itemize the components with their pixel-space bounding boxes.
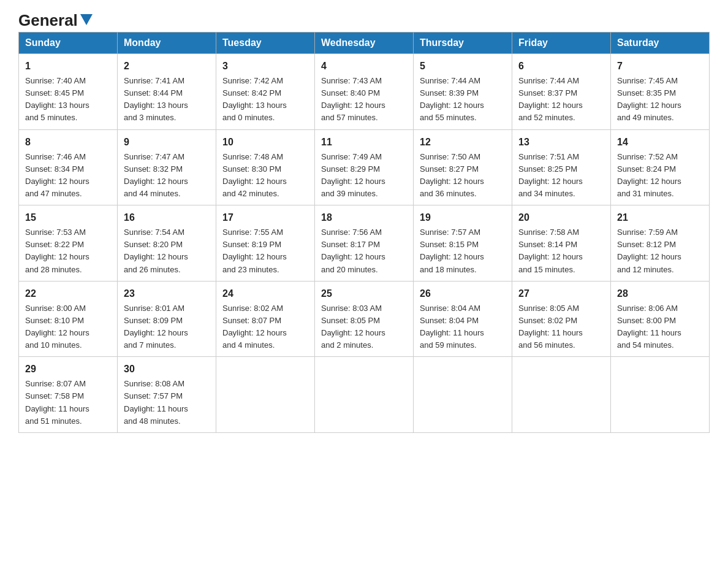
day-number: 22	[25, 286, 111, 301]
day-info: Sunrise: 7:44 AMSunset: 8:39 PMDaylight:…	[420, 75, 506, 124]
calendar-cell: 30 Sunrise: 8:08 AMSunset: 7:57 PMDaylig…	[118, 357, 216, 433]
day-info: Sunrise: 7:48 AMSunset: 8:30 PMDaylight:…	[222, 151, 308, 201]
calendar-cell: 3 Sunrise: 7:42 AMSunset: 8:42 PMDayligh…	[216, 54, 315, 130]
logo-general: General	[18, 12, 78, 28]
calendar-cell: 27 Sunrise: 8:05 AMSunset: 8:02 PMDaylig…	[512, 281, 611, 357]
day-number: 24	[222, 286, 308, 301]
day-info: Sunrise: 8:01 AMSunset: 8:09 PMDaylight:…	[124, 302, 210, 352]
day-info: Sunrise: 8:07 AMSunset: 7:58 PMDaylight:…	[25, 378, 111, 427]
day-number: 7	[617, 59, 703, 74]
day-number: 23	[124, 286, 210, 301]
calendar-week-row: 15 Sunrise: 7:53 AMSunset: 8:22 PMDaylig…	[19, 205, 710, 282]
day-info: Sunrise: 7:49 AMSunset: 8:29 PMDaylight:…	[321, 151, 407, 201]
day-number: 10	[222, 135, 308, 150]
day-number: 17	[222, 210, 308, 225]
weekday-header-wednesday: Wednesday	[315, 33, 414, 54]
day-number: 28	[617, 286, 703, 301]
weekday-header-monday: Monday	[118, 33, 216, 54]
day-number: 19	[420, 210, 506, 225]
day-info: Sunrise: 8:06 AMSunset: 8:00 PMDaylight:…	[617, 302, 703, 352]
calendar-cell: 9 Sunrise: 7:47 AMSunset: 8:32 PMDayligh…	[118, 129, 216, 205]
calendar-week-row: 8 Sunrise: 7:46 AMSunset: 8:34 PMDayligh…	[19, 129, 710, 205]
day-info: Sunrise: 8:04 AMSunset: 8:04 PMDaylight:…	[420, 302, 506, 352]
day-number: 1	[25, 59, 111, 74]
day-number: 27	[518, 286, 604, 301]
day-info: Sunrise: 7:46 AMSunset: 8:34 PMDaylight:…	[25, 151, 111, 201]
day-info: Sunrise: 7:56 AMSunset: 8:17 PMDaylight:…	[321, 226, 407, 276]
calendar-cell: 23 Sunrise: 8:01 AMSunset: 8:09 PMDaylig…	[118, 281, 216, 357]
logo: General	[18, 12, 93, 26]
day-number: 18	[321, 210, 407, 225]
day-info: Sunrise: 7:58 AMSunset: 8:14 PMDaylight:…	[518, 226, 604, 276]
day-info: Sunrise: 7:44 AMSunset: 8:37 PMDaylight:…	[518, 75, 604, 124]
calendar-cell: 2 Sunrise: 7:41 AMSunset: 8:44 PMDayligh…	[118, 54, 216, 130]
calendar-cell	[315, 357, 414, 433]
calendar-cell: 5 Sunrise: 7:44 AMSunset: 8:39 PMDayligh…	[414, 54, 512, 130]
day-number: 26	[420, 286, 506, 301]
day-number: 11	[321, 135, 407, 150]
day-number: 30	[124, 362, 210, 377]
day-number: 14	[617, 135, 703, 150]
weekday-header-friday: Friday	[512, 33, 611, 54]
day-info: Sunrise: 7:51 AMSunset: 8:25 PMDaylight:…	[518, 151, 604, 201]
calendar-cell: 24 Sunrise: 8:02 AMSunset: 8:07 PMDaylig…	[216, 281, 315, 357]
calendar-week-row: 22 Sunrise: 8:00 AMSunset: 8:10 PMDaylig…	[19, 281, 710, 357]
calendar-cell: 10 Sunrise: 7:48 AMSunset: 8:30 PMDaylig…	[216, 129, 315, 205]
day-info: Sunrise: 8:05 AMSunset: 8:02 PMDaylight:…	[518, 302, 604, 352]
calendar-cell: 21 Sunrise: 7:59 AMSunset: 8:12 PMDaylig…	[611, 205, 710, 282]
calendar-cell: 22 Sunrise: 8:00 AMSunset: 8:10 PMDaylig…	[19, 281, 118, 357]
day-number: 3	[222, 59, 308, 74]
day-info: Sunrise: 7:40 AMSunset: 8:45 PMDaylight:…	[25, 75, 111, 124]
calendar-cell: 12 Sunrise: 7:50 AMSunset: 8:27 PMDaylig…	[414, 129, 512, 205]
calendar-cell: 26 Sunrise: 8:04 AMSunset: 8:04 PMDaylig…	[414, 281, 512, 357]
day-number: 4	[321, 59, 407, 74]
day-number: 8	[25, 135, 111, 150]
weekday-header-tuesday: Tuesday	[216, 33, 315, 54]
calendar-cell: 25 Sunrise: 8:03 AMSunset: 8:05 PMDaylig…	[315, 281, 414, 357]
calendar-cell: 29 Sunrise: 8:07 AMSunset: 7:58 PMDaylig…	[19, 357, 118, 433]
day-info: Sunrise: 7:54 AMSunset: 8:20 PMDaylight:…	[124, 226, 210, 276]
day-info: Sunrise: 7:57 AMSunset: 8:15 PMDaylight:…	[420, 226, 506, 276]
calendar-cell	[414, 357, 512, 433]
calendar-week-row: 1 Sunrise: 7:40 AMSunset: 8:45 PMDayligh…	[19, 54, 710, 130]
page-header: General	[18, 12, 710, 26]
day-info: Sunrise: 7:47 AMSunset: 8:32 PMDaylight:…	[124, 151, 210, 201]
weekday-header-row: SundayMondayTuesdayWednesdayThursdayFrid…	[19, 33, 710, 54]
calendar-cell: 17 Sunrise: 7:55 AMSunset: 8:19 PMDaylig…	[216, 205, 315, 282]
calendar-cell: 11 Sunrise: 7:49 AMSunset: 8:29 PMDaylig…	[315, 129, 414, 205]
calendar-cell: 7 Sunrise: 7:45 AMSunset: 8:35 PMDayligh…	[611, 54, 710, 130]
day-info: Sunrise: 7:59 AMSunset: 8:12 PMDaylight:…	[617, 226, 703, 276]
day-number: 16	[124, 210, 210, 225]
day-info: Sunrise: 8:00 AMSunset: 8:10 PMDaylight:…	[25, 302, 111, 352]
day-info: Sunrise: 7:52 AMSunset: 8:24 PMDaylight:…	[617, 151, 703, 201]
calendar-cell: 19 Sunrise: 7:57 AMSunset: 8:15 PMDaylig…	[414, 205, 512, 282]
calendar-week-row: 29 Sunrise: 8:07 AMSunset: 7:58 PMDaylig…	[19, 357, 710, 433]
day-number: 15	[25, 210, 111, 225]
svg-marker-0	[80, 14, 93, 25]
day-info: Sunrise: 8:08 AMSunset: 7:57 PMDaylight:…	[124, 378, 210, 427]
day-number: 13	[518, 135, 604, 150]
day-number: 6	[518, 59, 604, 74]
day-info: Sunrise: 7:42 AMSunset: 8:42 PMDaylight:…	[222, 75, 308, 124]
weekday-header-thursday: Thursday	[414, 33, 512, 54]
calendar-cell: 1 Sunrise: 7:40 AMSunset: 8:45 PMDayligh…	[19, 54, 118, 130]
calendar-cell: 13 Sunrise: 7:51 AMSunset: 8:25 PMDaylig…	[512, 129, 611, 205]
day-number: 21	[617, 210, 703, 225]
day-info: Sunrise: 7:41 AMSunset: 8:44 PMDaylight:…	[124, 75, 210, 124]
day-number: 29	[25, 362, 111, 377]
calendar-cell: 15 Sunrise: 7:53 AMSunset: 8:22 PMDaylig…	[19, 205, 118, 282]
day-number: 12	[420, 135, 506, 150]
day-info: Sunrise: 7:53 AMSunset: 8:22 PMDaylight:…	[25, 226, 111, 276]
day-number: 20	[518, 210, 604, 225]
day-number: 9	[124, 135, 210, 150]
day-number: 5	[420, 59, 506, 74]
calendar-cell: 20 Sunrise: 7:58 AMSunset: 8:14 PMDaylig…	[512, 205, 611, 282]
calendar-cell	[512, 357, 611, 433]
day-info: Sunrise: 7:43 AMSunset: 8:40 PMDaylight:…	[321, 75, 407, 124]
calendar-cell: 6 Sunrise: 7:44 AMSunset: 8:37 PMDayligh…	[512, 54, 611, 130]
calendar-cell: 14 Sunrise: 7:52 AMSunset: 8:24 PMDaylig…	[611, 129, 710, 205]
day-info: Sunrise: 8:03 AMSunset: 8:05 PMDaylight:…	[321, 302, 407, 352]
calendar-cell: 28 Sunrise: 8:06 AMSunset: 8:00 PMDaylig…	[611, 281, 710, 357]
day-info: Sunrise: 7:50 AMSunset: 8:27 PMDaylight:…	[420, 151, 506, 201]
calendar-cell: 8 Sunrise: 7:46 AMSunset: 8:34 PMDayligh…	[19, 129, 118, 205]
